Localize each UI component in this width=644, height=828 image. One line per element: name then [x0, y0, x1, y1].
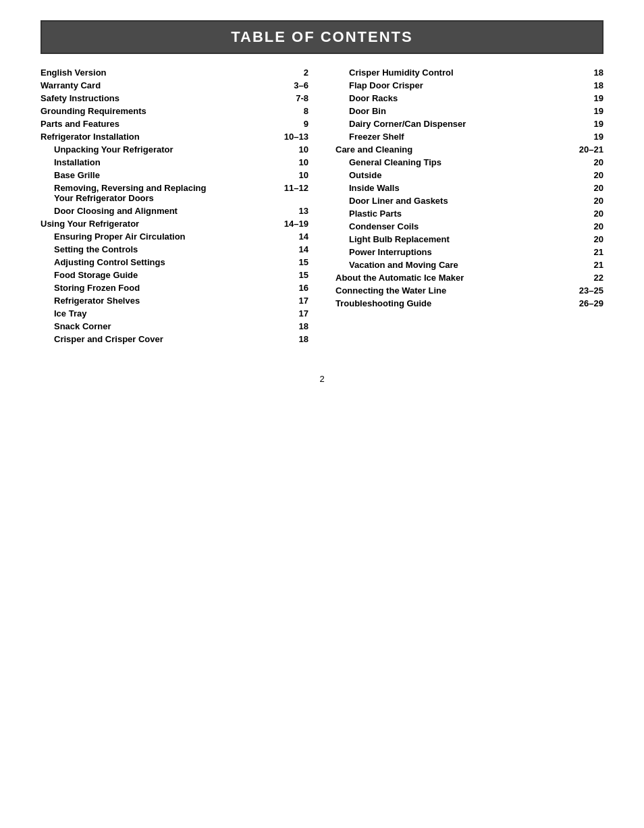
toc-label: Ensuring Proper Air Circulation — [54, 231, 299, 242]
toc-label: Condenser Coils — [349, 221, 594, 231]
toc-label: Door Racks — [349, 93, 594, 103]
toc-label: Removing, Reversing and Replacing Your R… — [54, 183, 284, 203]
toc-label: Outside — [349, 170, 594, 180]
toc-entry: Dairy Corner/Can Dispenser19 — [336, 119, 603, 129]
toc-page: 13 — [299, 206, 308, 216]
toc-page: 21 — [594, 247, 603, 257]
toc-entry: Grounding Requirements8 — [41, 106, 308, 116]
toc-label: Door Bin — [349, 106, 594, 116]
toc-label: General Cleaning Tips — [349, 157, 594, 167]
toc-entry: Refrigerator Shelves17 — [41, 296, 308, 306]
toc-page: 15 — [299, 270, 308, 280]
toc-label: Setting the Controls — [54, 244, 299, 254]
toc-page: 20 — [594, 234, 603, 244]
toc-label: Installation — [54, 157, 299, 167]
toc-page: 20 — [594, 170, 603, 180]
page-footer: 2 — [41, 374, 603, 384]
page-header: TABLE OF CONTENTS — [41, 20, 603, 54]
toc-page: 17 — [299, 296, 308, 306]
toc-page: 20 — [594, 209, 603, 219]
toc-right-column: Crisper Humidity Control18Flap Door Cris… — [336, 67, 603, 311]
toc-page: 18 — [594, 67, 603, 78]
toc-entry: Adjusting Control Settings15 — [41, 257, 308, 267]
toc-page: 19 — [594, 93, 603, 103]
toc-label: Light Bulb Replacement — [349, 234, 594, 244]
toc-page: 26–29 — [579, 298, 603, 308]
toc-left-column: English Version2Warranty Card3–6Safety I… — [41, 67, 308, 347]
toc-label: Snack Corner — [54, 321, 299, 331]
toc-page: 18 — [594, 80, 603, 90]
toc-label: Door Cloosing and Alignment — [54, 206, 299, 216]
toc-page: 20 — [594, 221, 603, 231]
toc-entry: Door Liner and Gaskets20 — [336, 196, 603, 206]
page-number: 2 — [319, 374, 324, 384]
toc-label: Door Liner and Gaskets — [349, 196, 594, 206]
toc-label: Using Your Refrigerator — [41, 219, 284, 229]
toc-page: 15 — [299, 257, 308, 267]
toc-entry: Parts and Features9 — [41, 119, 308, 129]
toc-label: Safety Instructions — [41, 93, 296, 103]
toc-entry: Door Racks19 — [336, 93, 603, 103]
toc-entry: Ensuring Proper Air Circulation14 — [41, 231, 308, 242]
toc-page: 23–25 — [579, 285, 603, 296]
toc-page: 10 — [299, 144, 308, 155]
toc-entry: Using Your Refrigerator14–19 — [41, 219, 308, 229]
toc-entry: Care and Cleaning20–21 — [336, 144, 603, 155]
page-title: TABLE OF CONTENTS — [55, 28, 589, 46]
toc-entry: Food Storage Guide15 — [41, 270, 308, 280]
toc-page: 17 — [299, 308, 308, 319]
toc-entry: Crisper and Crisper Cover18 — [41, 334, 308, 344]
toc-entry: Connecting the Water Line23–25 — [336, 285, 603, 296]
toc-page: 21 — [594, 260, 603, 270]
toc-page: 10–13 — [284, 132, 308, 142]
toc-entry: Plastic Parts20 — [336, 209, 603, 219]
toc-entry: Inside Walls20 — [336, 183, 603, 193]
toc-label: Parts and Features — [41, 119, 304, 129]
toc-label: Care and Cleaning — [336, 144, 579, 155]
toc-entry: Door Bin19 — [336, 106, 603, 116]
toc-entry: English Version2 — [41, 67, 308, 78]
toc-label: Base Grille — [54, 170, 299, 180]
toc-entry: Flap Door Crisper18 — [336, 80, 603, 90]
toc-entry: Unpacking Your Refrigerator10 — [41, 144, 308, 155]
toc-page: 3–6 — [294, 80, 308, 90]
toc-page: 14 — [299, 231, 308, 242]
toc-entry: Snack Corner18 — [41, 321, 308, 331]
toc-page: 19 — [594, 106, 603, 116]
toc-page: 20 — [594, 157, 603, 167]
toc-entry: Removing, Reversing and Replacing Your R… — [41, 183, 308, 203]
toc-page: 19 — [594, 119, 603, 129]
toc-entry: Ice Tray17 — [41, 308, 308, 319]
toc-label: Refrigerator Shelves — [54, 296, 299, 306]
toc-label: Crisper Humidity Control — [349, 67, 594, 78]
toc-entry: Troubleshooting Guide26–29 — [336, 298, 603, 308]
toc-label: English Version — [41, 67, 304, 78]
toc-page: 14 — [299, 244, 308, 254]
toc-page: 20 — [594, 183, 603, 193]
toc-entry: Installation10 — [41, 157, 308, 167]
toc-page: 10 — [299, 170, 308, 180]
toc-label: Grounding Requirements — [41, 106, 304, 116]
toc-label: Storing Frozen Food — [54, 283, 299, 293]
toc-page: 11–12 — [284, 183, 308, 193]
toc-entry: Refrigerator Installation10–13 — [41, 132, 308, 142]
toc-page: 19 — [594, 132, 603, 142]
toc-page: 18 — [299, 334, 308, 344]
toc-label: Plastic Parts — [349, 209, 594, 219]
toc-label: Dairy Corner/Can Dispenser — [349, 119, 594, 129]
toc-page: 7-8 — [296, 93, 308, 103]
toc-entry: General Cleaning Tips20 — [336, 157, 603, 167]
toc-label: Vacation and Moving Care — [349, 260, 594, 270]
toc-label: Connecting the Water Line — [336, 285, 579, 296]
toc-page: 10 — [299, 157, 308, 167]
toc-page: 14–19 — [284, 219, 308, 229]
toc-entry: Warranty Card3–6 — [41, 80, 308, 90]
toc-page: 20–21 — [579, 144, 603, 155]
toc-container: English Version2Warranty Card3–6Safety I… — [41, 67, 603, 347]
toc-entry: Condenser Coils20 — [336, 221, 603, 231]
toc-entry: Vacation and Moving Care21 — [336, 260, 603, 270]
toc-label: About the Automatic Ice Maker — [336, 273, 594, 283]
toc-label: Warranty Card — [41, 80, 294, 90]
toc-page: 16 — [299, 283, 308, 293]
toc-page: 22 — [594, 273, 603, 283]
